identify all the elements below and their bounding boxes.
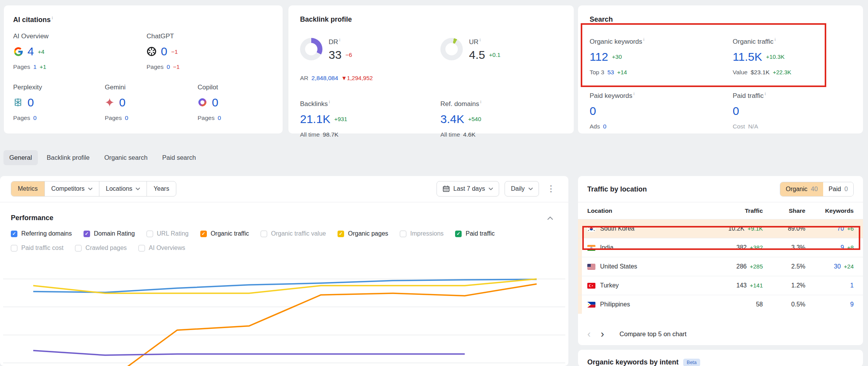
backlinks-value[interactable]: 21.1K <box>300 113 330 125</box>
compare-top5-label[interactable]: Compare top 5 on chart <box>619 330 686 338</box>
tab-backlink-profile[interactable]: Backlink profile <box>41 150 95 165</box>
checkbox-box[interactable] <box>11 245 17 251</box>
chevron-down-icon <box>88 188 92 190</box>
citation-count[interactable]: 4 <box>27 46 34 57</box>
paid-toggle[interactable]: Paid 0 <box>823 182 853 196</box>
checkbox-paid-traffic[interactable]: ✓Paid traffic <box>455 230 495 237</box>
flag-icon-ph <box>587 302 595 308</box>
traffic-value: 143 <box>737 282 747 289</box>
prev-page-button[interactable]: ‹ <box>587 329 591 339</box>
locations-dropdown[interactable]: Locations <box>99 181 147 196</box>
keywords-value[interactable]: 30 <box>834 263 841 270</box>
checkbox-box[interactable]: ✓ <box>84 231 90 237</box>
checkbox-crawled-pages[interactable]: Crawled pages <box>75 245 127 251</box>
granularity-button[interactable]: Daily <box>505 181 539 197</box>
table-row-philippines[interactable]: Philippines580.5%9 <box>578 295 863 314</box>
chevron-down-icon <box>136 188 140 190</box>
series-line-organic-pages <box>33 279 537 293</box>
checkbox-box[interactable]: ✓ <box>338 231 344 237</box>
keywords-value[interactable]: 9 <box>850 301 854 308</box>
checkbox-box[interactable] <box>261 231 267 237</box>
keywords-value[interactable]: 1 <box>850 282 854 289</box>
pages-count[interactable]: 0 <box>33 115 37 121</box>
pages-count[interactable]: 0 <box>218 115 221 121</box>
share-value: 2.5% <box>763 263 805 270</box>
checkbox-label: Crawled pages <box>85 245 127 251</box>
years-button[interactable]: Years <box>147 181 176 196</box>
date-range-button[interactable]: Last 7 days <box>437 181 500 197</box>
share-value: 1.2% <box>763 282 805 289</box>
checkbox-box[interactable]: ✓ <box>11 231 17 237</box>
tab-general[interactable]: General <box>3 150 38 165</box>
citation-count[interactable]: 0 <box>212 97 218 108</box>
organic-toggle[interactable]: Organic 40 <box>780 182 823 196</box>
paid-keywords-value[interactable]: 0 <box>590 105 596 117</box>
tab-paid-search[interactable]: Paid search <box>157 150 202 165</box>
checkbox-organic-traffic[interactable]: ✓Organic traffic <box>200 230 249 237</box>
chatgpt-icon <box>147 46 157 57</box>
citation-count[interactable]: 0 <box>119 97 126 108</box>
backlinks-delta: +931 <box>334 116 347 122</box>
ur-donut-chart <box>440 38 463 60</box>
tab-organic-search[interactable]: Organic search <box>99 150 153 165</box>
label: Copilot <box>198 84 221 91</box>
calendar-icon <box>443 185 450 192</box>
copilot-citation-item: Copilot0Pages0 <box>198 84 221 121</box>
ref-domains-value[interactable]: 3.4K <box>440 113 464 125</box>
table-row-turkey[interactable]: Turkey143+1411.2%1 <box>578 276 863 295</box>
dr-metric: DRi 33 −6 <box>300 38 352 61</box>
organic-keywords-value[interactable]: 112 <box>590 51 608 63</box>
collapse-chevron-up-icon[interactable] <box>547 216 553 220</box>
pages-count[interactable]: 0 <box>125 115 128 121</box>
checkbox-box[interactable]: ✓ <box>455 231 462 237</box>
share-value: 89.0% <box>763 225 805 232</box>
traffic-table-body: South Korea10.2K+9.1K89.0%70+6India382+3… <box>578 219 863 314</box>
checkbox-box[interactable] <box>138 245 145 251</box>
checkbox-referring-domains[interactable]: ✓Referring domains <box>11 230 72 237</box>
share-bar <box>578 238 582 257</box>
more-options-button[interactable]: ⋮ <box>544 184 558 194</box>
checkbox-label: AI Overviews <box>149 245 185 251</box>
table-row-india[interactable]: India382+3823.3%9+8 <box>578 238 863 257</box>
next-page-button[interactable]: › <box>601 329 604 339</box>
checkbox-url-rating[interactable]: URL Rating <box>147 230 189 237</box>
traffic-by-location-card: Traffic by location Organic 40 Paid 0 Lo… <box>578 176 863 345</box>
keywords-value[interactable]: 9 <box>841 244 844 251</box>
dr-delta: −6 <box>345 51 352 58</box>
paid-traffic-value[interactable]: 0 <box>733 105 739 117</box>
checkbox-label: Impressions <box>410 230 443 237</box>
checkbox-organic-pages[interactable]: ✓Organic pages <box>338 230 388 237</box>
metrics-button[interactable]: Metrics <box>11 181 44 196</box>
checkbox-box[interactable]: ✓ <box>200 231 207 237</box>
checkbox-organic-traffic-value[interactable]: Organic traffic value <box>261 230 326 237</box>
checkbox-box[interactable] <box>147 231 153 237</box>
citation-count[interactable]: 0 <box>27 97 34 108</box>
checkbox-label: Organic traffic value <box>271 230 326 237</box>
checkbox-domain-rating[interactable]: ✓Domain Rating <box>84 230 135 237</box>
keywords-value[interactable]: 70 <box>837 225 844 232</box>
table-row-united-states[interactable]: United States286+2852.5%30+24 <box>578 257 863 276</box>
checkbox-impressions[interactable]: Impressions <box>400 230 443 237</box>
pages-count[interactable]: 1 <box>33 63 37 70</box>
citation-count[interactable]: 0 <box>161 46 167 57</box>
competitors-dropdown[interactable]: Competitors <box>44 181 99 196</box>
location-name: South Korea <box>600 225 634 232</box>
top3-value[interactable]: 53 <box>607 69 614 76</box>
checkbox-box[interactable] <box>400 231 406 237</box>
checkbox-label: URL Rating <box>157 230 189 237</box>
checkbox-label: Organic pages <box>348 230 388 237</box>
ai-overview-citation-item: AI Overview4+4Pages1+1 <box>13 32 147 70</box>
ar-value[interactable]: 2,848,084 <box>312 75 338 82</box>
share-bar <box>578 295 582 314</box>
location-name: Turkey <box>600 282 619 289</box>
checkbox-ai-overviews[interactable]: AI Overviews <box>138 245 185 251</box>
performance-chart[interactable] <box>0 259 568 366</box>
checkbox-paid-traffic-cost[interactable]: Paid traffic cost <box>11 245 63 251</box>
organic-traffic-value[interactable]: 11.5K <box>733 51 762 63</box>
table-row-south-korea[interactable]: South Korea10.2K+9.1K89.0%70+6 <box>578 219 863 238</box>
checkbox-box[interactable] <box>75 245 82 251</box>
pages-count[interactable]: 0 <box>167 63 170 70</box>
flag-icon-tr <box>587 283 595 289</box>
checkbox-label: Referring domains <box>21 230 72 237</box>
search-card: Search Organic keywordsi 112 +30 Top 353… <box>578 5 863 133</box>
